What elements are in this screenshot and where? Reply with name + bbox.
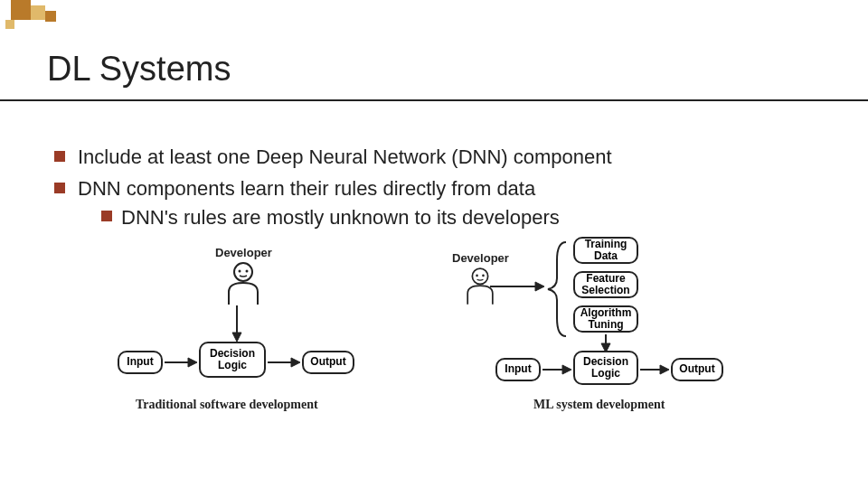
developer-figure: Developer	[215, 246, 272, 306]
svg-marker-13	[535, 282, 544, 291]
svg-point-9	[473, 268, 488, 284]
arrow-right-icon	[268, 356, 300, 369]
bullet-item: Include at least one Deep Neural Network…	[54, 145, 805, 171]
diagram-caption: Traditional software development	[136, 398, 318, 412]
box-decision-logic: Decision Logic	[573, 351, 638, 385]
arrow-right-icon	[640, 363, 669, 376]
bullet-list: Include at least one Deep Neural Network…	[54, 145, 805, 237]
brace-icon	[544, 239, 571, 340]
arrow-down-icon	[231, 305, 242, 342]
developer-label: Developer	[215, 246, 272, 259]
svg-point-2	[246, 270, 249, 273]
box-input: Input	[118, 351, 163, 374]
svg-point-1	[239, 270, 241, 273]
diagram-area: Developer Input Decision Logic Output Tr…	[118, 253, 750, 461]
svg-point-0	[234, 263, 252, 281]
bullet-text: Include at least one Deep Neural Network…	[78, 145, 612, 171]
bullet-hollow-square-icon	[101, 211, 112, 221]
arrow-right-icon	[165, 356, 197, 369]
bullet-square-icon	[54, 183, 65, 193]
bullet-square-icon	[54, 151, 65, 162]
box-algorithm-tuning: Algorithm Tuning	[573, 305, 638, 333]
bullet-text: DNN components learn their rules directl…	[78, 176, 560, 202]
svg-marker-17	[562, 365, 571, 374]
svg-marker-4	[232, 333, 241, 342]
box-input: Input	[495, 358, 541, 381]
sub-bullet-text: DNN's rules are mostly unknown to its de…	[121, 205, 560, 231]
box-feature-selection: Feature Selection	[573, 271, 638, 298]
developer-label: Developer	[452, 251, 509, 265]
arrow-down-icon	[600, 334, 611, 352]
box-output: Output	[302, 351, 354, 374]
arrow-right-icon	[490, 280, 544, 293]
svg-point-11	[483, 275, 486, 277]
svg-marker-8	[291, 358, 300, 367]
box-training-data: Training Data	[573, 237, 638, 264]
diagram-ml: Developer Training Data Feature Selectio…	[407, 253, 750, 461]
arrow-right-icon	[542, 363, 571, 376]
sub-bullet-item: DNN's rules are mostly unknown to its de…	[101, 205, 560, 231]
svg-point-10	[476, 275, 479, 277]
bullet-item: DNN components learn their rules directl…	[54, 176, 805, 231]
box-decision-logic: Decision Logic	[199, 342, 266, 378]
slide-title: DL Systems	[47, 50, 231, 89]
box-output: Output	[671, 358, 723, 381]
svg-marker-19	[660, 365, 669, 374]
diagram-traditional: Developer Input Decision Logic Output Tr…	[118, 253, 371, 461]
developer-figure: Developer	[452, 251, 509, 306]
svg-marker-6	[188, 358, 197, 367]
diagram-caption: ML system development	[533, 398, 665, 412]
person-icon	[223, 261, 263, 306]
title-underline	[0, 99, 868, 101]
